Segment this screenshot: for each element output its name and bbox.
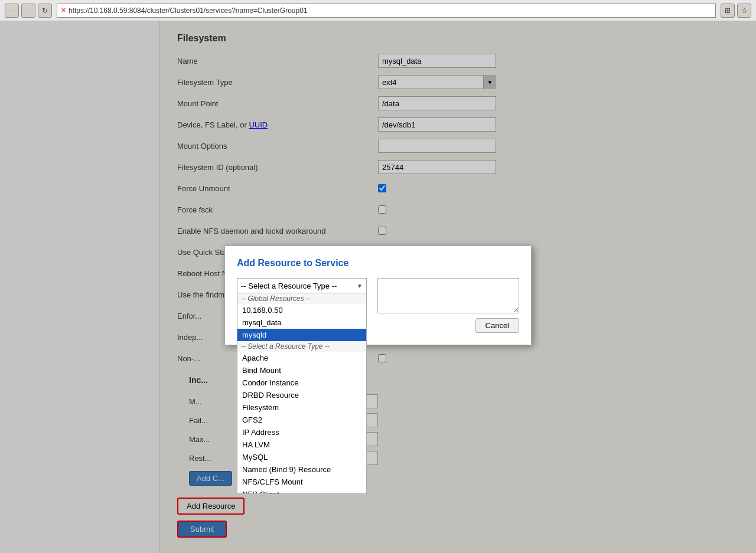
add-resource-modal: Add Resource to Service -- Select a Reso… xyxy=(224,246,532,345)
url-text: https://10.168.0.59:8084/cluster/Cluster… xyxy=(69,6,308,15)
list-item-named[interactable]: Named (Bind 9) Resource xyxy=(237,463,366,476)
list-item-gfs2[interactable]: GFS2 xyxy=(237,414,366,426)
dropdown-arrow-icon: ▼ xyxy=(357,283,363,289)
reload-button[interactable]: ↻ xyxy=(38,4,52,18)
cancel-button[interactable]: Cancel xyxy=(475,318,519,333)
group-header-global: -- Global Resources -- xyxy=(237,293,366,304)
modal-body: -- Select a Resource Type -- ▼ -- Global… xyxy=(237,278,519,333)
list-item-ha-lvm[interactable]: HA LVM xyxy=(237,439,366,451)
modal-textarea[interactable] xyxy=(377,278,519,313)
list-item-bind-mount[interactable]: Bind Mount xyxy=(237,364,366,377)
list-item-condor[interactable]: Condor Instance xyxy=(237,377,366,389)
modal-title: Add Resource to Service xyxy=(237,258,519,269)
list-item-mysql-data[interactable]: mysql_data xyxy=(237,316,366,329)
list-item-mysql[interactable]: MySQL xyxy=(237,451,366,463)
resource-type-trigger[interactable]: -- Select a Resource Type -- ▼ xyxy=(237,278,367,293)
list-item-ip-address[interactable]: IP Address xyxy=(237,426,366,439)
modal-overlay: Add Resource to Service -- Select a Reso… xyxy=(0,21,756,553)
back-button[interactable]: ← xyxy=(5,4,19,18)
list-item-filesystem[interactable]: Filesystem xyxy=(237,401,366,414)
forward-button[interactable]: → xyxy=(21,4,35,18)
resource-type-dropdown-container: -- Select a Resource Type -- ▼ -- Global… xyxy=(237,278,372,293)
list-item-mysqld[interactable]: mysqld xyxy=(237,329,366,341)
translate-icon[interactable]: ⊞ xyxy=(721,4,735,18)
list-item-nfs-clfs[interactable]: NFS/CLFS Mount xyxy=(237,476,366,488)
address-bar[interactable]: ✕ https://10.168.0.59:8084/cluster/Clust… xyxy=(57,4,716,18)
list-item-drbd[interactable]: DRBD Resource xyxy=(237,389,366,401)
dropdown-list[interactable]: -- Global Resources -- 10.168.0.50 mysql… xyxy=(237,293,367,494)
bookmark-icon[interactable]: ☆ xyxy=(737,4,751,18)
modal-right: Cancel xyxy=(377,278,519,333)
group-header-type: -- Select a Resource Type -- xyxy=(237,341,366,352)
browser-toolbar: ← → ↻ ✕ https://10.168.0.59:8084/cluster… xyxy=(0,0,756,21)
list-item-apache[interactable]: Apache xyxy=(237,352,366,364)
list-item-ip[interactable]: 10.168.0.50 xyxy=(237,304,366,316)
list-item-nfs-client[interactable]: NFS Client xyxy=(237,488,366,494)
lock-icon: ✕ xyxy=(61,6,66,14)
dropdown-selected-text: -- Select a Resource Type -- xyxy=(241,282,337,290)
